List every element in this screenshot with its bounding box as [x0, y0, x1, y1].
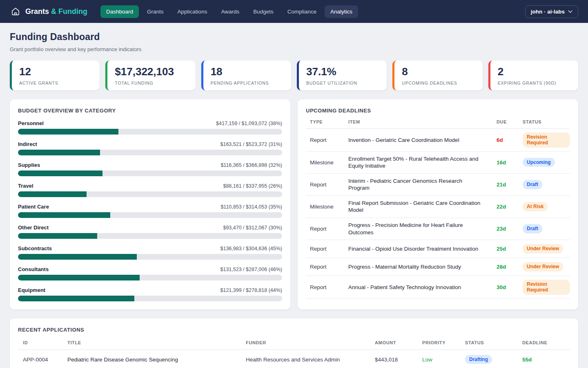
status-badge: Drafting — [465, 355, 492, 364]
budget-progress-track — [18, 171, 282, 176]
nav-item-applications[interactable]: Applications — [172, 5, 213, 18]
deadline-type: Report — [306, 264, 341, 270]
brand-part1: Grants — [25, 7, 49, 16]
deadline-item: Invention - Geriatric Care Coordination … — [344, 137, 489, 144]
deadline-item: Progress - Maternal Mortality Reduction … — [344, 263, 489, 271]
nav-item-budgets[interactable]: Budgets — [247, 5, 279, 18]
application-funder: Health Resources and Services Admin — [241, 357, 370, 363]
budget-panel-title: BUDGET OVERVIEW BY CATEGORY — [18, 108, 282, 114]
budget-category-value: $93,470 / $312,067 (30%) — [223, 225, 282, 231]
kpi-label: UPCOMING DEADLINES — [402, 81, 475, 85]
status-badge: Under Review — [523, 244, 563, 253]
budget-category-label: Indirect — [18, 141, 37, 147]
budget-progress-fill — [18, 254, 137, 260]
nav-item-grants[interactable]: Grants — [141, 5, 169, 18]
deadline-row[interactable]: ReportAnnual - Patient Safety Technology… — [306, 276, 570, 299]
deadline-type: Report — [306, 137, 341, 143]
applications-panel-title: RECENT APPLICATIONS — [18, 327, 570, 333]
deadline-row[interactable]: ReportProgress - Maternal Mortality Redu… — [306, 258, 570, 276]
deadline-row[interactable]: MilestoneFinal Report Submission - Geria… — [306, 196, 570, 218]
main-content: Funding Dashboard Grant portfolio overvi… — [0, 23, 588, 368]
budget-category-row: Equipment$121,399 / $278,818 (44%) — [18, 287, 282, 301]
applications-col-funder: FUNDER — [241, 340, 370, 350]
kpi-label: PENDING APPLICATIONS — [211, 81, 284, 85]
deadline-row[interactable]: ReportFinancial - Opioid Use Disorder Tr… — [306, 240, 570, 258]
budget-progress-fill — [18, 212, 110, 218]
budget-category-label: Patient Care — [18, 204, 49, 210]
navbar: Grants & Funding DashboardGrantsApplicat… — [0, 0, 588, 23]
deadline-row[interactable]: MilestoneEnrollment Target 50% - Rural T… — [306, 152, 570, 174]
kpi-card-pending-applications: 18PENDING APPLICATIONS — [201, 61, 291, 90]
user-menu[interactable]: john · ai-labs — [525, 5, 578, 18]
budget-category-list: Personnel$417,159 / $1,093,072 (38%)Indi… — [18, 120, 282, 301]
deadline-item: Progress - Precision Medicine for Heart … — [344, 222, 489, 236]
applications-col-priority: PRIORITY — [417, 340, 460, 350]
home-icon — [11, 7, 20, 16]
deadline-due: 25d — [492, 246, 515, 252]
deadline-item: Final Report Submission - Geriatric Care… — [344, 200, 489, 214]
budget-progress-fill — [18, 129, 118, 135]
kpi-value: 2 — [498, 66, 571, 78]
kpi-value: 18 — [211, 66, 284, 78]
budget-progress-fill — [18, 191, 87, 197]
kpi-label: TOTAL FUNDING — [115, 81, 188, 85]
deadline-type: Report — [306, 284, 341, 290]
deadlines-table-header: TYPEITEMDUESTATUS — [306, 119, 570, 129]
applications-col-id: ID — [18, 340, 62, 350]
deadline-due: 16d — [492, 159, 515, 166]
applications-table-header: IDTITLEFUNDERAMOUNTPRIORITYSTATUSDEADLIN… — [18, 340, 570, 350]
budget-category-value: $88,161 / $337,955 (26%) — [223, 183, 282, 189]
deadline-row[interactable]: ReportProgress - Precision Medicine for … — [306, 218, 570, 240]
deadline-item: Interim - Pediatric Cancer Genomics Rese… — [344, 177, 489, 192]
kpi-card-total-funding: $17,322,103TOTAL FUNDING — [105, 61, 195, 90]
budget-category-row: Other Direct$93,470 / $312,067 (30%) — [18, 224, 282, 239]
kpi-row: 12ACTIVE GRANTS$17,322,103TOTAL FUNDING1… — [10, 61, 578, 90]
kpi-card-upcoming-deadlines: 8UPCOMING DEADLINES — [392, 61, 482, 90]
nav-item-compliance[interactable]: Compliance — [282, 5, 322, 18]
deadline-item: Annual - Patient Safety Technology Innov… — [344, 284, 489, 291]
nav-item-awards[interactable]: Awards — [215, 5, 245, 18]
budget-category-value: $131,523 / $287,006 (46%) — [220, 267, 282, 272]
page-title: Funding Dashboard — [10, 31, 578, 43]
budget-progress-fill — [18, 233, 97, 239]
budget-category-label: Other Direct — [18, 224, 49, 231]
budget-category-row: Patient Care$110,853 / $314,053 (35%) — [18, 204, 282, 218]
budget-category-label: Equipment — [18, 287, 45, 293]
panels-row: BUDGET OVERVIEW BY CATEGORY Personnel$41… — [10, 99, 578, 310]
application-row[interactable]: APP-0004Pediatric Rare Disease Genomic S… — [18, 350, 570, 368]
deadlines-col-status: STATUS — [519, 119, 570, 128]
budget-category-row: Travel$88,161 / $337,955 (26%) — [18, 183, 282, 197]
home-button[interactable] — [10, 6, 21, 17]
application-amount: $443,018 — [370, 357, 417, 363]
deadline-type: Milestone — [306, 204, 341, 210]
status-badge: Draft — [523, 180, 542, 189]
budget-progress-track — [18, 191, 282, 197]
nav-item-analytics[interactable]: Analytics — [325, 5, 358, 18]
applications-col-status: STATUS — [460, 340, 517, 350]
budget-category-label: Supplies — [18, 162, 40, 168]
budget-category-row: Consultants$131,523 / $287,006 (46%) — [18, 266, 282, 280]
deadline-row[interactable]: ReportInvention - Geriatric Care Coordin… — [306, 129, 570, 152]
nav-item-dashboard[interactable]: Dashboard — [100, 5, 139, 18]
deadline-type: Report — [306, 246, 341, 252]
status-badge: At Risk — [523, 202, 548, 211]
page-subtitle: Grant portfolio overview and key perform… — [10, 46, 578, 52]
budget-category-label: Subcontracts — [18, 245, 52, 251]
budget-progress-track — [18, 296, 282, 301]
deadline-type: Report — [306, 226, 341, 232]
kpi-card-budget-utilization: 37.1%BUDGET UTILIZATION — [297, 61, 387, 90]
applications-col-title: TITLE — [62, 340, 241, 350]
budget-progress-track — [18, 233, 282, 239]
budget-category-row: Indirect$163,521 / $523,372 (31%) — [18, 141, 282, 155]
budget-progress-track — [18, 275, 282, 280]
deadline-row[interactable]: ReportInterim - Pediatric Cancer Genomic… — [306, 174, 570, 196]
applications-col-amount: AMOUNT — [370, 340, 417, 350]
deadlines-col-due: DUE — [492, 119, 515, 128]
application-id: APP-0004 — [18, 357, 62, 363]
budget-category-row: Subcontracts$136,983 / $304,636 (45%) — [18, 245, 282, 260]
status-badge: Revision Required — [523, 132, 570, 148]
kpi-card-expiring-grants-90d: 2EXPIRING GRANTS (90D) — [488, 61, 578, 90]
status-badge: Under Review — [523, 262, 563, 271]
application-title: Pediatric Rare Disease Genomic Sequencin… — [62, 357, 241, 363]
budget-category-label: Consultants — [18, 266, 49, 272]
